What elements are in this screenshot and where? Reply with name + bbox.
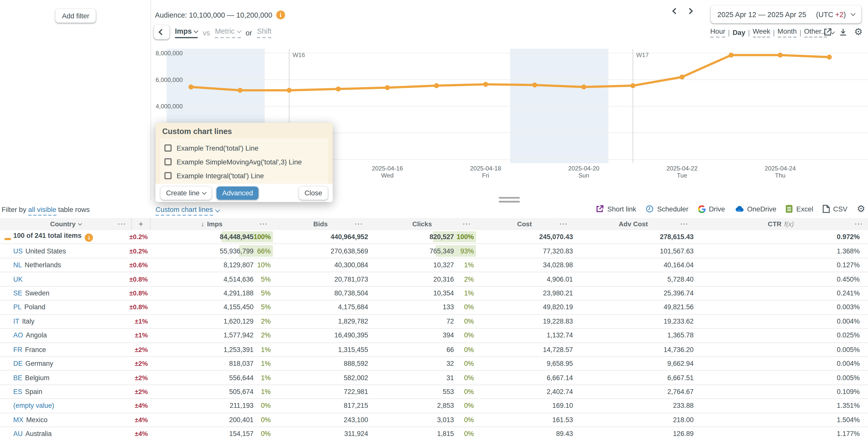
scheduler-button[interactable]: Scheduler [646,205,688,213]
country-code[interactable]: AU [13,430,23,438]
table-row[interactable]: USUnited States±0.2%55,936,79966%270,638… [0,244,868,258]
country-code[interactable]: NL [13,261,22,269]
csv-button[interactable]: CSV [823,205,847,213]
download-icon[interactable] [839,27,847,36]
granularity-day[interactable]: Day [733,29,745,36]
table-row[interactable]: AOAngola±1%1,577,9422%16,490,3953940%1,1… [0,329,868,343]
table-row[interactable]: BEBelgium±2%556,6441%582,002310%6,667.14… [0,371,868,385]
country-code[interactable]: PL [13,303,22,311]
column-header-cost[interactable]: Cost ··· [476,218,573,230]
country-code[interactable]: SE [13,290,22,297]
data-point [287,88,292,93]
imps-value: 1,253,391 [151,346,253,353]
column-menu-icon[interactable]: ··· [355,220,363,228]
compare-metric-dropdown[interactable]: Metric [215,27,241,38]
cost-value: 14,728.57 [476,346,573,353]
info-icon[interactable]: i [276,10,285,20]
date-range-picker[interactable]: 2025 Apr 12 — 2025 Apr 25 (UTC +2) [711,5,861,23]
total-dash-icon [4,238,11,240]
table-row[interactable]: ESSpain±2%505,6741%722,9815530%2,402.742… [0,385,868,399]
country-cell: DEGermany [0,360,131,368]
ctr-value: 0.005% [694,374,868,382]
chart-line-option[interactable]: Example SimpleMovingAvg('total',3) Line [164,155,324,169]
chart-line-option[interactable]: Example Integral('total') Line [164,169,324,182]
column-menu-icon[interactable]: ··· [855,220,863,228]
short-link-button[interactable]: Short link [596,205,636,213]
table-row[interactable]: AUAustralia±4%154,1570%311,9241,8150%89.… [0,427,868,441]
data-point [483,82,488,87]
imps-value: 211,193 [151,402,253,410]
column-header-country[interactable]: Country ··· [0,218,131,230]
open-in-new-icon[interactable] [823,27,832,36]
country-name: Poland [24,303,45,311]
bids-value: 1,829,782 [273,317,368,325]
add-column-button[interactable]: + [131,218,151,230]
granularity-month[interactable]: Month [777,28,797,38]
granularity-week[interactable]: Week [752,28,770,38]
cost-value: 9,658.95 [476,360,573,368]
table-row[interactable]: ITItaly±1%1,620,1292%1,829,782720%19,228… [0,314,868,329]
column-menu-icon[interactable]: ··· [118,220,126,228]
table-total-row[interactable]: 100 of 241 total itemsi±0.2%84,448,94510… [0,230,868,244]
country-code[interactable]: ES [13,388,22,396]
clicks-value: 72 [368,317,454,325]
data-point [434,83,439,88]
column-header-ctr[interactable]: CTRf(x) ··· [694,218,868,230]
country-code[interactable]: BE [13,374,22,382]
checkbox-icon[interactable] [164,158,172,165]
table-row[interactable]: MXMexico±4%200,4010%243,1003,0130%161.53… [0,413,868,427]
country-code[interactable]: DE [13,360,23,368]
gear-icon[interactable]: ⚙ [854,27,863,36]
column-menu-icon[interactable]: ··· [680,220,689,228]
table-row[interactable]: NLNetherlands±0.6%8,129,80710%40,300,084… [0,258,868,272]
column-menu-icon[interactable]: ··· [560,220,568,228]
table-header: Country ··· + ↓Imps ··· Bids ··· Clicks … [0,218,868,230]
column-header-bids[interactable]: Bids ··· [273,218,368,230]
data-point [827,55,832,60]
close-button[interactable]: Close [299,186,328,200]
chart-back-button[interactable] [154,25,169,39]
country-code[interactable]: AO [13,332,23,339]
table-row[interactable]: (empty value)±4%211,1930%817,2152,8530%1… [0,399,868,413]
table-row[interactable]: FRFrance±2%1,253,3911%1,315,455660%14,72… [0,343,868,357]
add-filter-button[interactable]: Add filter [55,9,96,23]
column-header-adv-cost[interactable]: Adv Cost ··· [573,218,694,230]
advanced-button[interactable]: Advanced [217,186,258,200]
create-line-button[interactable]: Create line [160,186,212,200]
country-code[interactable]: IT [13,317,19,325]
imps-value: 84,448,945 [151,233,253,241]
onedrive-button[interactable]: OneDrive [735,205,776,213]
country-code[interactable]: MX [13,416,23,424]
checkbox-icon[interactable] [164,144,172,151]
country-code[interactable]: US [13,247,23,255]
excel-button[interactable]: Excel [786,205,813,213]
table-row[interactable]: DEGermany±2%818,0371%888,592320%9,658.95… [0,357,868,371]
country-code[interactable]: UK [13,275,23,283]
column-header-clicks[interactable]: Clicks ··· [368,218,476,230]
primary-metric-dropdown[interactable]: Imps [175,27,198,38]
custom-chart-lines-link[interactable]: Custom chart lines [155,206,219,216]
bids-value: 311,924 [273,430,368,438]
next-period-icon[interactable] [687,8,693,14]
column-menu-icon[interactable]: ··· [260,220,268,228]
column-menu-icon[interactable]: ··· [463,220,471,228]
drive-button[interactable]: Drive [698,205,725,213]
table-row[interactable]: UK±0.8%4,514,6365%20,781,07320,3162%4,90… [0,272,868,286]
cost-value: 23,980.21 [476,290,573,297]
table-row[interactable]: PLPoland±0.8%4,155,4505%4,175,6841330%49… [0,301,868,314]
table-settings-gear-icon[interactable]: ⚙ [857,204,866,213]
prev-period-icon[interactable] [672,8,679,14]
table-row[interactable]: SESweden±0.8%4,291,1885%80,738,50410,354… [0,286,868,301]
chart-resize-handle[interactable] [499,195,520,205]
svg-text:Sun: Sun [579,172,589,179]
shift-option[interactable]: Shift [257,27,272,38]
granularity-hour[interactable]: Hour [710,28,725,38]
info-icon[interactable]: i [85,234,93,242]
checkbox-icon[interactable] [164,172,172,179]
column-header-imps[interactable]: ↓Imps ··· [151,218,273,230]
country-cell: PLPoland [0,303,131,311]
all-visible-link[interactable]: all visible [28,206,56,216]
adv-cost-value: 233.88 [573,402,694,410]
country-code[interactable]: FR [13,346,22,353]
chart-line-option[interactable]: Example Trend('total') Line [164,141,324,155]
